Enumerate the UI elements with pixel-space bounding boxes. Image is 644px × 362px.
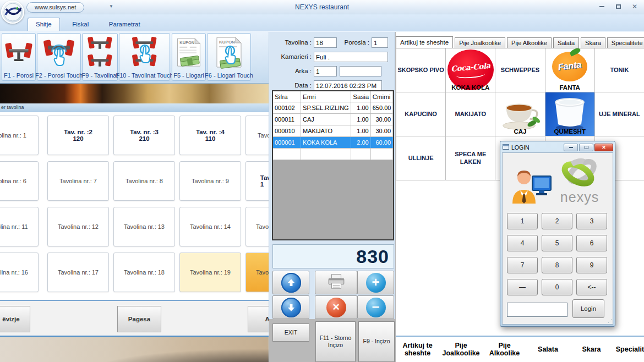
table-button-7[interactable]: Tavolina nr.: 7 — [47, 161, 109, 201]
llogari-button[interactable]: KUPON F5 - Llogari — [172, 33, 206, 81]
numpad-9[interactable]: 9 — [576, 257, 607, 273]
print-button[interactable] — [315, 271, 357, 294]
incizo-button[interactable]: F9 - Inçizo — [358, 321, 395, 362]
data-field[interactable] — [314, 80, 382, 91]
exit-button[interactable]: EXIT — [272, 323, 309, 342]
tab-pije-joalkoolike[interactable]: Pije Joalkoolike — [455, 37, 505, 48]
table-button-3[interactable]: Tav. nr. :3210 — [113, 116, 175, 155]
product-button[interactable]: UJE MINERAL — [595, 92, 644, 136]
numpad-2[interactable]: 2 — [542, 213, 572, 229]
tavolinat-touch-button[interactable]: F10 - Tavolinat Touch — [119, 33, 170, 81]
numpad-4[interactable]: 4 — [507, 235, 538, 251]
bottom-category-artikuj[interactable]: Artikuj te sheshte — [396, 337, 439, 362]
numpad-6[interactable]: 6 — [576, 235, 607, 251]
llogari-touch-button[interactable]: KUPON F6 - Llogari Touch — [207, 33, 251, 81]
order-row[interactable]: 000010 MAKIJATO 1.00 30.00 — [273, 125, 393, 137]
dialog-minimize-icon[interactable] — [564, 144, 578, 151]
table-label: Tavolina nr.: 13 — [124, 223, 165, 230]
product-button[interactable]: QUMESHT — [545, 92, 595, 136]
table-button-12[interactable]: Tavolina nr.: 12 — [47, 207, 109, 246]
decrease-qty-button[interactable]: − — [357, 295, 394, 319]
product-button[interactable]: SCHWEPPES — [495, 48, 545, 92]
tab-skara[interactable]: Skara — [581, 37, 605, 48]
storno-incizo-button[interactable]: F11 - Storno Inçizo — [315, 321, 356, 362]
table-button-9[interactable]: Tavolina nr.: 9 — [179, 161, 241, 201]
tab-salata[interactable]: Salata — [553, 37, 579, 48]
table-button-1[interactable]: Tavolina nr.: 1 — [0, 116, 39, 155]
dialog-maximize-icon[interactable] — [579, 144, 593, 151]
table-button-19[interactable]: Tavolina nr.: 19 — [179, 253, 241, 292]
tab-fiskal[interactable]: Fiskal — [64, 18, 96, 31]
scroll-down-button[interactable] — [272, 295, 309, 319]
order-row[interactable]: 000102 SP.SEL.RIZLING 1.00 650.00 — [273, 102, 393, 114]
table-button-8[interactable]: Tavolina nr.: 8 — [113, 161, 175, 201]
product-button[interactable]: ULLINJE — [396, 136, 446, 180]
table-button-13[interactable]: Tavolina nr.: 13 — [113, 207, 175, 246]
numpad-8[interactable]: 8 — [542, 257, 572, 273]
quick-access-button[interactable]: www.sulsys.net — [26, 2, 84, 13]
arka-field[interactable] — [314, 66, 337, 76]
numpad-5[interactable]: 5 — [542, 235, 572, 251]
numpad-backspace[interactable]: <-- — [576, 279, 607, 295]
table-button-2[interactable]: Tav. nr. :2120 — [47, 116, 109, 155]
arka-field-2[interactable] — [340, 66, 381, 76]
arka-label: Arka : — [269, 66, 312, 76]
numpad-7[interactable]: 7 — [507, 257, 538, 273]
tab-pije-alkoolike[interactable]: Pije Alkoolike — [507, 37, 552, 48]
porosi-button[interactable]: F1 - Porosi — [2, 33, 36, 81]
order-items-table[interactable]: Sifra Emri Sasia Cmimi 000102 SP.SEL.RIZ… — [272, 90, 394, 240]
login-button[interactable]: Login — [572, 299, 604, 318]
delete-item-button[interactable]: ✕ — [315, 295, 357, 319]
product-button[interactable]: SPECA ME LAKEN — [446, 136, 495, 180]
product-button[interactable]: Fanta FANTA — [545, 48, 595, 92]
bottom-category-skara[interactable]: Skara — [570, 337, 613, 362]
increase-qty-button[interactable]: + — [357, 271, 394, 294]
pagesa-button[interactable]: Pagesa — [117, 306, 161, 332]
numpad-3[interactable]: 3 — [576, 213, 607, 229]
pin-input[interactable] — [507, 303, 567, 317]
app-logo-icon[interactable] — [1, 1, 24, 24]
resize-grip[interactable]: ⋰ — [608, 319, 612, 323]
levizje-button[interactable]: ëvizje — [0, 306, 30, 332]
minimize-icon[interactable] — [598, 3, 605, 10]
table-button-17[interactable]: Tavolina nr.: 17 — [47, 253, 109, 292]
close-icon[interactable]: ✕ — [631, 3, 638, 10]
product-button[interactable]: MAKIJATO — [446, 92, 495, 136]
product-button[interactable]: SKOPSKO PIVO — [396, 48, 446, 92]
quick-access-dropdown-icon[interactable]: ▼ — [109, 4, 113, 9]
table-button-11[interactable]: Tavolina nr.: 11 — [0, 207, 39, 246]
tavolina-field[interactable] — [314, 37, 337, 48]
tab-parametrat[interactable]: Parametrat — [101, 18, 148, 31]
porosia-field[interactable] — [372, 37, 388, 48]
tab-specialitete[interactable]: Specialitete — [607, 37, 644, 48]
numpad-dash[interactable]: — — [507, 279, 538, 295]
porosi-touch-button[interactable]: F2 - Porosi Touch — [37, 33, 81, 81]
bottom-category-pije-joalkoolike[interactable]: Pije Joalkoolike — [439, 337, 483, 362]
product-button[interactable]: CAJ — [495, 92, 545, 136]
tab-shitje[interactable]: Shitje — [28, 18, 60, 31]
toolbar-label: F6 - Llogari Touch — [205, 72, 253, 80]
table-button-14[interactable]: Tavolina nr.: 14 — [179, 207, 241, 246]
numpad-1[interactable]: 1 — [507, 213, 538, 229]
kamarieri-label: Kamarieri : — [269, 52, 312, 62]
table-button-16[interactable]: Tavolina nr.: 16 — [0, 253, 39, 292]
bottom-category-pije-alkoolike[interactable]: Pije Alkoolike — [483, 337, 526, 362]
numpad-0[interactable]: 0 — [542, 279, 572, 295]
table-button-4[interactable]: Tav. nr. :4110 — [179, 116, 241, 155]
login-dialog-body: nexys 1 2 3 4 5 6 7 8 9 — 0 <-- Login ⋰ — [502, 152, 613, 325]
kamarieri-field[interactable] — [314, 52, 388, 62]
product-button[interactable]: KAPUCINO — [396, 92, 446, 136]
order-row-selected[interactable]: 000001 KOKA KOLA 2.00 60.00 — [273, 137, 393, 149]
product-button[interactable]: TONIK — [595, 48, 644, 92]
tavolinat-button[interactable]: F9 - Tavolinat — [82, 33, 118, 81]
maximize-icon[interactable] — [614, 3, 622, 10]
scroll-up-button[interactable] — [272, 271, 309, 294]
dialog-close-icon[interactable]: ✕ — [594, 144, 613, 151]
product-button[interactable]: Coca-Cola KOKA KOLA — [446, 48, 495, 92]
bottom-category-salata[interactable]: Salata — [526, 337, 570, 362]
table-button-18[interactable]: Tavolina nr.: 18 — [113, 253, 175, 292]
table-button-6[interactable]: Tavolina nr.: 6 — [0, 161, 39, 201]
order-row[interactable]: 000011 CAJ 1.00 30.00 — [273, 114, 393, 125]
tab-artikuj-te-sheshte[interactable]: Artikuj te sheshte — [396, 36, 453, 48]
bottom-category-specialitete[interactable]: Specialitete — [613, 337, 644, 362]
